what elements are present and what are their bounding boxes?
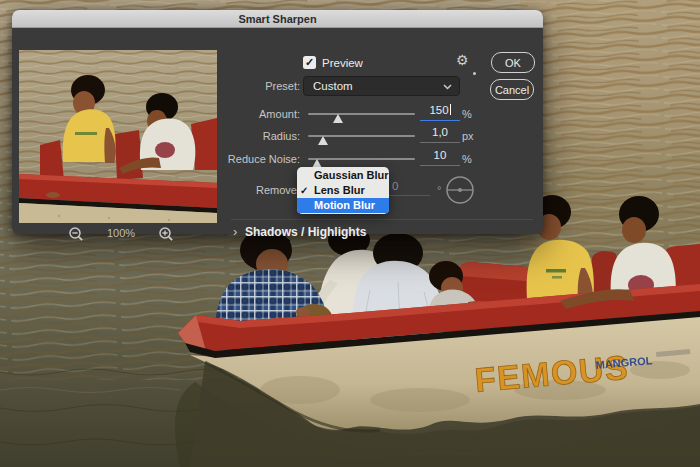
zoom-in-icon[interactable] bbox=[158, 226, 175, 243]
reduce-noise-label: Reduce Noise: bbox=[162, 153, 300, 165]
radius-slider[interactable] bbox=[308, 135, 415, 137]
check-icon: ✓ bbox=[300, 183, 308, 198]
reduce-noise-slider[interactable] bbox=[308, 158, 415, 160]
dialog-body: 100% ✓ Preview ⚙ OK Cancel Preset: bbox=[12, 28, 543, 234]
cancel-button[interactable]: Cancel bbox=[490, 79, 534, 100]
zoom-level-label: 100% bbox=[102, 227, 140, 239]
zoom-out-icon[interactable] bbox=[68, 226, 85, 243]
amount-input[interactable]: 150 bbox=[420, 104, 460, 121]
preview-checkbox[interactable]: ✓ bbox=[303, 56, 316, 69]
reduce-noise-input[interactable]: 10 bbox=[420, 149, 460, 166]
radius-slider-thumb[interactable] bbox=[318, 136, 328, 145]
angle-unit: ° bbox=[437, 184, 441, 196]
shadows-highlights-toggle[interactable]: Shadows / Highlights bbox=[245, 225, 366, 239]
dialog-titlebar[interactable]: Smart Sharpen bbox=[12, 10, 543, 28]
check-icon: ✓ bbox=[305, 56, 314, 68]
section-divider bbox=[231, 219, 533, 220]
dialog-title: Smart Sharpen bbox=[238, 13, 316, 25]
radius-unit: px bbox=[462, 130, 474, 142]
preset-label: Preset: bbox=[162, 80, 300, 92]
amount-slider[interactable] bbox=[308, 113, 415, 115]
remove-label: Remove: bbox=[162, 184, 300, 196]
text-cursor bbox=[450, 104, 451, 115]
preset-value: Custom bbox=[313, 80, 353, 92]
preview-label: Preview bbox=[322, 57, 363, 69]
menu-item-motion-blur[interactable]: Motion Blur bbox=[297, 198, 389, 213]
radius-label: Radius: bbox=[162, 130, 300, 142]
ok-button[interactable]: OK bbox=[491, 52, 535, 73]
preview-zoom-controls: 100% bbox=[12, 224, 217, 246]
remove-blur-menu: Gaussian Blur ✓ Lens Blur Motion Blur bbox=[297, 167, 389, 214]
smart-sharpen-dialog: Smart Sharpen bbox=[12, 10, 543, 234]
chevron-down-icon bbox=[443, 84, 452, 90]
chevron-right-icon[interactable]: › bbox=[233, 224, 237, 239]
angle-dial[interactable] bbox=[445, 175, 475, 205]
gear-icon[interactable]: ⚙ bbox=[456, 52, 469, 68]
amount-slider-thumb[interactable] bbox=[333, 114, 343, 123]
screenshot-stage: FEMOUS MANGROL Smart Sharpen bbox=[0, 0, 700, 467]
radius-input[interactable]: 1,0 bbox=[420, 126, 460, 143]
menu-item-gaussian-blur[interactable]: Gaussian Blur bbox=[297, 168, 389, 183]
preset-select[interactable]: Custom bbox=[303, 76, 460, 96]
amount-label: Amount: bbox=[162, 108, 300, 120]
amount-unit: % bbox=[462, 108, 472, 120]
gear-menu-dot bbox=[473, 72, 476, 75]
reduce-noise-unit: % bbox=[462, 153, 472, 165]
menu-item-lens-blur[interactable]: ✓ Lens Blur bbox=[297, 183, 389, 198]
